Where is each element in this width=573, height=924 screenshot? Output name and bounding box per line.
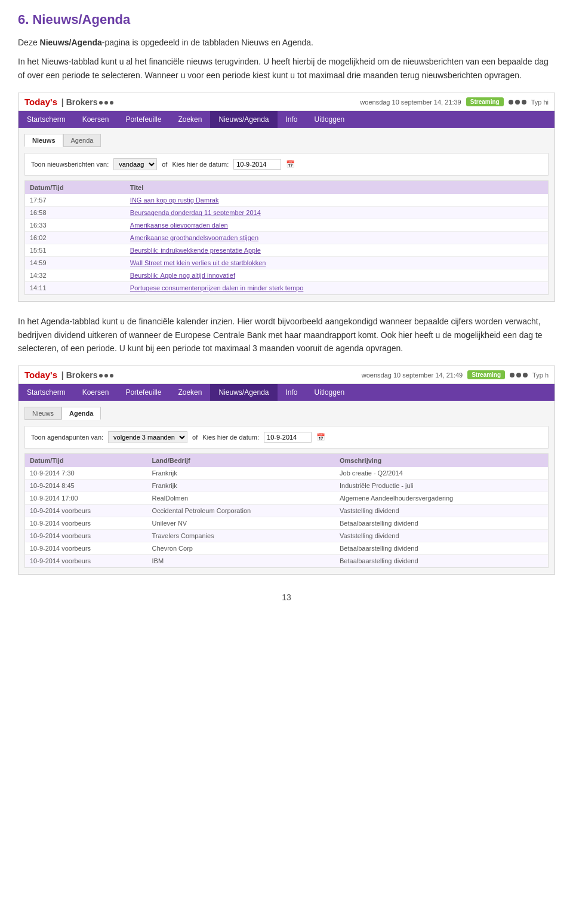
col-desc-2: Omschrijving xyxy=(335,454,548,467)
news-title-cell: Amerikaanse olievoorraden dalen xyxy=(125,219,548,232)
status-dots-2 xyxy=(510,373,528,377)
news-title-link[interactable]: Beursagenda donderdag 11 september 2014 xyxy=(130,209,261,216)
nav-nieuws-agenda-1[interactable]: Nieuws/Agenda xyxy=(210,111,277,128)
table-row: 16:02Amerikaanse groothandelsvoorraden s… xyxy=(25,232,548,244)
bold-nieuws-agenda: Nieuws/Agenda xyxy=(40,38,102,47)
filter-or-2: of xyxy=(192,434,198,441)
data-table-wrapper-1: Datum/Tijd Titel 17:57ING aan kop op rus… xyxy=(24,180,549,295)
news-title-link[interactable]: ING aan kop op rustig Damrak xyxy=(130,197,219,204)
filter-select-1[interactable]: vandaag gisteren xyxy=(113,158,157,170)
nav-koersen-2[interactable]: Koersen xyxy=(74,384,118,401)
agenda-country-cell: Travelers Companies xyxy=(147,530,335,542)
agenda-desc-cell: Algemene Aandeelhoudersvergadering xyxy=(335,492,548,505)
table-header-row-2: Datum/Tijd Land/Bedrijf Omschrijving xyxy=(25,454,548,467)
status-dot-2c xyxy=(523,373,528,377)
filter-date-label-2: Kies hier de datum: xyxy=(202,434,259,441)
news-title-cell: Amerikaanse groothandelsvoorraden stijge… xyxy=(125,232,548,244)
filter-date-input-2[interactable] xyxy=(264,432,312,443)
app-nav-2: Startscherm Koersen Portefeuille Zoeken … xyxy=(19,384,554,401)
news-time-cell: 16:58 xyxy=(25,207,125,219)
status-dot-1a xyxy=(509,100,513,105)
agenda-desc-cell: Betaalbaarstelling dividend xyxy=(335,542,548,555)
nav-uitloggen-1[interactable]: Uitloggen xyxy=(306,111,353,128)
news-title-cell: Beursblik: indrukwekkende presentatie Ap… xyxy=(125,244,548,257)
table-row: 10-9-2014 8:45FrankrijkIndustriële Produ… xyxy=(25,480,548,492)
news-title-link[interactable]: Beursblik: indrukwekkende presentatie Ap… xyxy=(130,247,261,254)
nav-info-1[interactable]: Info xyxy=(278,111,306,128)
data-table-wrapper-2: Datum/Tijd Land/Bedrijf Omschrijving 10-… xyxy=(24,453,549,568)
logo-dot-1c xyxy=(110,101,113,105)
table-row: 16:33Amerikaanse olievoorraden dalen xyxy=(25,219,548,232)
agenda-desc-cell: Vaststelling dividend xyxy=(335,505,548,517)
tab-nieuws-1[interactable]: Nieuws xyxy=(24,134,63,147)
nav-info-2[interactable]: Info xyxy=(278,384,306,401)
filter-label-1: Toon nieuwsberichten van: xyxy=(31,161,109,168)
logo-today-2: Today's xyxy=(24,370,57,380)
col-datetime-2: Datum/Tijd xyxy=(25,454,147,467)
agenda-date-cell: 10-9-2014 17:00 xyxy=(25,492,147,505)
nav-startscherm-2[interactable]: Startscherm xyxy=(19,384,74,401)
streaming-badge-2: Streaming xyxy=(467,370,505,379)
logo-dot-2c xyxy=(110,374,113,377)
status-dot-1c xyxy=(522,100,526,105)
agenda-date-cell: 10-9-2014 voorbeurs xyxy=(25,555,147,567)
agenda-country-cell: IBM xyxy=(147,555,335,567)
news-title-link[interactable]: Beursblik: Apple nog altijd innovatief xyxy=(130,272,235,279)
nav-zoeken-1[interactable]: Zoeken xyxy=(170,111,210,128)
news-time-cell: 16:33 xyxy=(25,219,125,232)
tab-nieuws-2[interactable]: Nieuws xyxy=(24,407,61,420)
agenda-date-cell: 10-9-2014 voorbeurs xyxy=(25,517,147,530)
table-row: 10-9-2014 voorbeursTravelers CompaniesVa… xyxy=(25,530,548,542)
filter-date-input-1[interactable] xyxy=(233,159,281,170)
filter-row-1: Toon nieuwsberichten van: vandaag gister… xyxy=(24,153,549,176)
logo-area-1: Today's | Brokers xyxy=(24,97,113,107)
table-row: 10-9-2014 voorbeursIBMBetaalbaarstelling… xyxy=(25,555,548,567)
table-row: 17:57ING aan kop op rustig Damrak xyxy=(25,194,548,207)
table-row: 14:11Portugese consumentenprijzen dalen … xyxy=(25,282,548,294)
nav-koersen-1[interactable]: Koersen xyxy=(74,111,118,128)
news-title-link[interactable]: Wall Street met klein verlies uit de sta… xyxy=(130,259,266,266)
nav-uitloggen-2[interactable]: Uitloggen xyxy=(306,384,353,401)
news-title-link[interactable]: Amerikaanse olievoorraden dalen xyxy=(130,222,228,229)
status-dots-1 xyxy=(509,100,526,105)
header-right-2: woensdag 10 september 14, 21:49 Streamin… xyxy=(362,370,549,379)
date-time-2: woensdag 10 september 14, 21:49 xyxy=(362,372,463,379)
news-title-link[interactable]: Amerikaanse groothandelsvoorraden stijge… xyxy=(130,234,258,241)
news-title-link[interactable]: Portugese consumentenprijzen dalen in mi… xyxy=(130,284,303,291)
calendar-icon-2[interactable]: 📅 xyxy=(316,433,325,441)
news-title-cell: Beursblik: Apple nog altijd innovatief xyxy=(125,269,548,282)
date-time-1: woensdag 10 september 14, 21:39 xyxy=(360,99,461,106)
table-row: 10-9-2014 voorbeursOccidental Petroleum … xyxy=(25,505,548,517)
news-time-cell: 15:51 xyxy=(25,244,125,257)
page-content: 6. Nieuws/Agenda Deze Nieuws/Agenda-pagi… xyxy=(0,0,573,632)
tab-agenda-1[interactable]: Agenda xyxy=(63,134,101,147)
nav-nieuws-agenda-2[interactable]: Nieuws/Agenda xyxy=(210,384,277,401)
nav-portefeuille-2[interactable]: Portefeuille xyxy=(117,384,170,401)
calendar-icon-1[interactable]: 📅 xyxy=(286,160,295,168)
app-screenshot-1: Today's | Brokers woensdag 10 september … xyxy=(18,93,555,302)
status-dot-2a xyxy=(510,373,515,377)
filter-select-2[interactable]: volgende 3 maanden vandaag xyxy=(108,431,187,443)
news-time-cell: 17:57 xyxy=(25,194,125,207)
header-right-1: woensdag 10 september 14, 21:39 Streamin… xyxy=(360,97,549,106)
news-time-cell: 14:59 xyxy=(25,257,125,269)
agenda-desc-cell: Job creatie - Q2/2014 xyxy=(335,467,548,480)
typ-hi-1: Typ hi xyxy=(531,99,549,106)
agenda-country-cell: Occidental Petroleum Corporation xyxy=(147,505,335,517)
status-dot-2b xyxy=(516,373,521,377)
intro-paragraph-1: Deze Nieuws/Agenda-pagina is opgedeeld i… xyxy=(18,36,555,49)
nav-portefeuille-1[interactable]: Portefeuille xyxy=(117,111,170,128)
nav-startscherm-1[interactable]: Startscherm xyxy=(19,111,74,128)
filter-date-label-1: Kies hier de datum: xyxy=(172,161,229,168)
agenda-country-cell: Frankrijk xyxy=(147,467,335,480)
table-row: 16:58Beursagenda donderdag 11 september … xyxy=(25,207,548,219)
nav-zoeken-2[interactable]: Zoeken xyxy=(170,384,210,401)
logo-todays-red-2: Today's xyxy=(24,370,57,380)
tab-agenda-2[interactable]: Agenda xyxy=(61,407,101,420)
table-row: 10-9-2014 7:30FrankrijkJob creatie - Q2/… xyxy=(25,467,548,480)
filter-row-2: Toon agendapunten van: volgende 3 maande… xyxy=(24,426,549,449)
app-header-1: Today's | Brokers woensdag 10 september … xyxy=(19,93,554,111)
filter-or-1: of xyxy=(162,161,167,168)
table-row: 14:32Beursblik: Apple nog altijd innovat… xyxy=(25,269,548,282)
logo-dot-2b xyxy=(104,374,108,377)
